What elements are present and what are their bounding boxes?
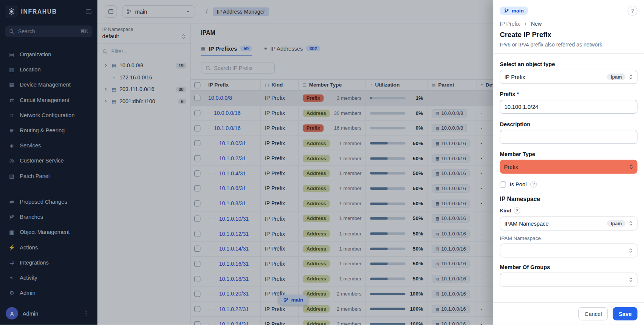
description-label: Description [500,121,638,127]
updown-icon [629,74,633,80]
breadcrumb-parent[interactable]: IP Prefix [500,21,520,27]
help-button[interactable]: ? [627,6,637,15]
updown-icon [629,277,633,282]
object-type-value: IP Prefix [504,74,604,80]
kind-select[interactable]: IPAM Namespace Ipam [500,217,638,231]
save-button[interactable]: Save [613,307,638,320]
description-input[interactable] [500,130,638,144]
ip-namespace-section-title: IP Namespace [500,196,638,202]
kind-value: IPAM Namespace [504,220,604,226]
branch-badge: main [500,6,528,15]
drawer-header: main ? IP Prefix New Create IP Prefix IP… [493,0,644,54]
is-pool-help-icon[interactable]: ? [530,181,537,187]
chevron-right-icon [523,22,528,26]
drawer-footer: Cancel Save [493,302,644,325]
member-type-select[interactable]: Prefix [500,160,638,174]
required-mark: * [517,91,519,97]
kind-help-icon[interactable]: ? [514,207,520,214]
updown-icon [629,221,633,226]
app-window: INFRAHUB Search ⌘K ▤Organization▥Locatio… [0,0,644,325]
member-of-groups-select[interactable] [500,273,638,287]
member-type-label: Member Type [500,151,638,157]
breadcrumb-current: New [531,21,542,27]
kind-label: Kind ? [500,207,638,214]
ipam-namespace-label: IPAM Namespace [500,235,638,241]
updown-icon [629,248,633,253]
create-ip-prefix-drawer: main ? IP Prefix New Create IP Prefix IP… [493,0,644,325]
ipam-badge: Ipam [607,220,625,226]
prefix-input[interactable] [500,100,638,114]
member-type-value: Prefix [504,164,626,170]
ipam-badge: Ipam [607,74,625,80]
drawer-form: Select an object type IP Prefix Ipam Pre… [493,54,644,302]
is-pool-label: Is Pool [510,181,527,187]
is-pool-row: Is Pool ? [500,181,638,187]
branch-badge-label: main [512,8,524,14]
drawer-subtitle: IPv6 or IPv4 prefix also referred as net… [500,42,638,48]
object-type-label: Select an object type [500,61,638,67]
drawer-breadcrumb: IP Prefix New [500,21,638,27]
member-of-groups-label: Member Of Groups [500,264,638,270]
updown-icon [629,164,633,170]
cancel-button[interactable]: Cancel [579,307,608,320]
ipam-namespace-select[interactable] [500,243,638,257]
object-type-select[interactable]: IP Prefix Ipam [500,70,638,84]
branch-icon [504,8,509,13]
drawer-title: Create IP Prefix [500,31,638,39]
prefix-label: Prefix * [500,91,638,97]
is-pool-checkbox[interactable] [500,181,506,187]
